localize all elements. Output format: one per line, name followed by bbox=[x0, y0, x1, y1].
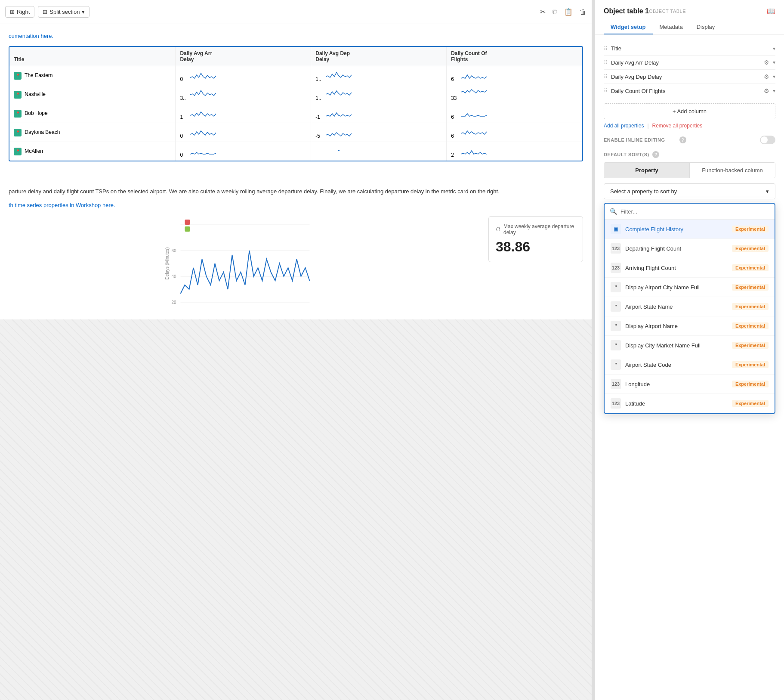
scissors-icon[interactable]: ✂ bbox=[540, 8, 546, 16]
sort-property-btn[interactable]: Property bbox=[604, 163, 689, 178]
tab-display[interactable]: Display bbox=[690, 20, 722, 34]
book-icon[interactable]: 📖 bbox=[767, 7, 775, 15]
property-list-item-departing-count[interactable]: 123 Departing Flight Count Experimental bbox=[605, 239, 775, 258]
workshop-link[interactable]: th time series properties in Workshop he… bbox=[9, 202, 115, 208]
drag-handle[interactable]: ⠿ bbox=[604, 59, 608, 65]
split-section-button[interactable]: ⊟ Split section ▾ bbox=[38, 6, 90, 18]
property-list-item-display-airport-name[interactable]: " Display Airport Name Experimental bbox=[605, 316, 775, 336]
airport-pin-icon: 📍 bbox=[14, 148, 22, 155]
panel-subtitle: OBJECT TABLE bbox=[649, 9, 686, 14]
sort-help-icon[interactable]: ? bbox=[652, 151, 659, 158]
tab-widget-setup[interactable]: Widget setup bbox=[604, 20, 653, 34]
add-column-button[interactable]: + Add column bbox=[604, 103, 775, 119]
chevron-down-icon: ▾ bbox=[766, 188, 769, 195]
cell-arr-delay: 0 bbox=[176, 123, 311, 142]
column-row-title: ⠿ Title ▾ bbox=[604, 42, 775, 56]
text-type-icon: " bbox=[611, 359, 621, 370]
col-header-dep-delay: Daily Avg DepDelay bbox=[311, 47, 447, 66]
cell-arr-delay: 0 bbox=[176, 142, 311, 161]
split-icon: ⊟ bbox=[43, 9, 47, 15]
text-type-icon: " bbox=[611, 340, 621, 350]
object-type-icon: ▣ bbox=[611, 224, 621, 234]
sparkline-arr bbox=[190, 88, 216, 100]
trash-icon[interactable]: 🗑 bbox=[580, 8, 586, 16]
right-button[interactable]: ⊞ Right bbox=[5, 6, 34, 18]
cell-name: 📍 The Eastern bbox=[9, 66, 176, 85]
prop-name: Airport State Name bbox=[625, 304, 728, 310]
help-icon[interactable]: ? bbox=[679, 136, 686, 143]
property-list-item-airport-state-code[interactable]: " Airport State Code Experimental bbox=[605, 355, 775, 375]
cell-arr-delay: 0 bbox=[176, 66, 311, 85]
prop-name: Complete Flight History bbox=[625, 226, 728, 232]
inline-editing-toggle[interactable] bbox=[760, 136, 775, 144]
experimental-badge: Experimental bbox=[732, 400, 769, 407]
cell-count: 2 bbox=[447, 142, 582, 161]
copy-icon[interactable]: ⧉ bbox=[553, 8, 557, 16]
gear-icon[interactable]: ⚙ bbox=[764, 87, 769, 94]
experimental-badge: Experimental bbox=[732, 303, 769, 310]
metric-value: 38.86 bbox=[496, 239, 576, 255]
gear-icon[interactable]: ⚙ bbox=[764, 59, 769, 66]
svg-rect-9 bbox=[185, 226, 190, 232]
chevron-down-icon[interactable]: ▾ bbox=[773, 46, 775, 52]
remove-all-properties-link[interactable]: Remove all properties bbox=[652, 123, 703, 129]
sparkline-count bbox=[461, 145, 487, 157]
col-dep-delay-label: Daily Avg Dep Delay bbox=[611, 74, 760, 80]
column-row-arr-delay: ⠿ Daily Avg Arr Delay ⚙ ▾ bbox=[604, 56, 775, 70]
sort-function-btn[interactable]: Function-backed column bbox=[689, 163, 775, 178]
drag-handle[interactable]: ⠿ bbox=[604, 74, 608, 80]
filter-search-input[interactable] bbox=[620, 208, 769, 215]
doc-link[interactable]: cumentation here. bbox=[9, 33, 583, 39]
add-all-properties-link[interactable]: Add all properties bbox=[604, 123, 644, 129]
col-arr-delay-label: Daily Avg Arr Delay bbox=[611, 59, 760, 66]
prop-name: Display City Market Name Full bbox=[625, 342, 728, 349]
right-panel: Object table 1 OBJECT TABLE 📖 Widget set… bbox=[595, 0, 784, 700]
timer-icon: ⏱ bbox=[496, 226, 501, 232]
split-section-label: Split section bbox=[49, 9, 80, 15]
gear-icon[interactable]: ⚙ bbox=[764, 73, 769, 80]
svg-text:60: 60 bbox=[171, 248, 176, 253]
panel-title: Object table 1 bbox=[604, 7, 649, 15]
chevron-down-icon: ▾ bbox=[82, 9, 85, 15]
link-text: th time series properties in Workshop he… bbox=[9, 201, 583, 210]
description-text: parture delay and daily flight count TSP… bbox=[9, 187, 583, 196]
cell-count: 6 bbox=[447, 66, 582, 85]
property-list-item-display-city-market[interactable]: " Display City Market Name Full Experime… bbox=[605, 336, 775, 355]
property-list-item-complete-flight-history[interactable]: ▣ Complete Flight History Experimental bbox=[605, 220, 775, 239]
filter-search-row: 🔍 bbox=[605, 204, 775, 220]
tab-metadata[interactable]: Metadata bbox=[653, 20, 690, 34]
sort-dropdown[interactable]: Select a property to sort by ▾ bbox=[604, 183, 775, 199]
sparkline-arr bbox=[190, 145, 216, 157]
prop-name: Longitude bbox=[625, 381, 728, 387]
sparkline-count bbox=[461, 88, 487, 100]
experimental-badge: Experimental bbox=[732, 226, 769, 232]
property-list-item-latitude[interactable]: 123 Latitude Experimental bbox=[605, 394, 775, 413]
chart-metric-row: 60 40 20 Delays (Minutes) bbox=[9, 216, 583, 311]
experimental-badge: Experimental bbox=[732, 264, 769, 271]
search-icon: 🔍 bbox=[610, 208, 617, 215]
property-list-item-longitude[interactable]: 123 Longitude Experimental bbox=[605, 375, 775, 394]
number-type-icon: 123 bbox=[611, 398, 621, 409]
sort-type-buttons: Property Function-backed column bbox=[604, 162, 775, 178]
text-type-icon: " bbox=[611, 282, 621, 292]
inline-editing-label: ENABLE INLINE EDITING bbox=[604, 137, 678, 142]
property-list-item-display-airport-city[interactable]: " Display Airport City Name Full Experim… bbox=[605, 278, 775, 297]
drag-handle[interactable]: ⠿ bbox=[604, 46, 608, 52]
sparkline-dep bbox=[326, 69, 352, 81]
prop-name: Arriving Flight Count bbox=[625, 265, 728, 271]
airport-pin-icon: 📍 bbox=[14, 91, 22, 99]
property-list-item-arriving-count[interactable]: 123 Arriving Flight Count Experimental bbox=[605, 258, 775, 278]
experimental-badge: Experimental bbox=[732, 361, 769, 368]
chevron-down-icon[interactable]: ▾ bbox=[773, 88, 775, 94]
chevron-down-icon[interactable]: ▾ bbox=[773, 59, 775, 65]
clipboard-icon[interactable]: 📋 bbox=[564, 8, 573, 16]
chevron-down-icon[interactable]: ▾ bbox=[773, 74, 775, 80]
cell-dep-delay: 1.. bbox=[311, 85, 447, 104]
airport-pin-icon: 📍 bbox=[14, 110, 22, 118]
grid-icon: ⊞ bbox=[10, 9, 15, 15]
drag-handle[interactable]: ⠿ bbox=[604, 88, 608, 94]
cell-count: 33 bbox=[447, 85, 582, 104]
cell-name: 📍 Bob Hope bbox=[9, 104, 176, 123]
property-list-item-airport-state-name[interactable]: " Airport State Name Experimental bbox=[605, 297, 775, 316]
content-inner: cumentation here. Title Daily Avg ArrDel… bbox=[0, 24, 592, 179]
